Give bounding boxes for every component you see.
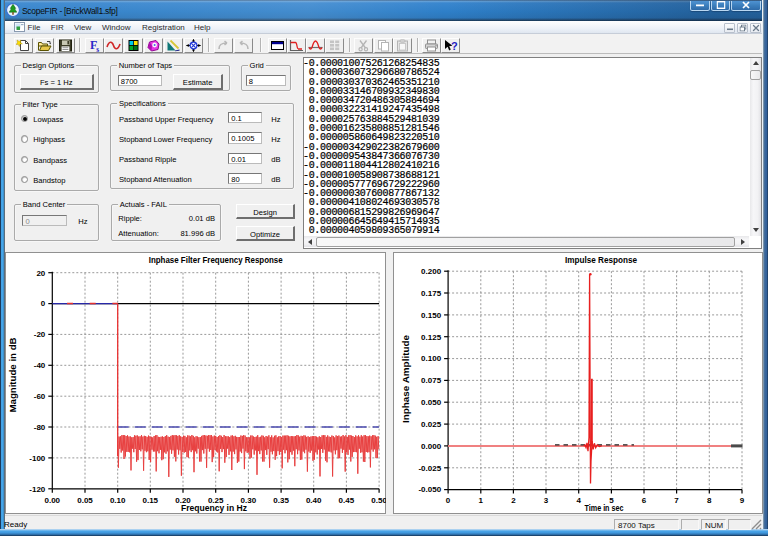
svg-text:0.00: 0.00: [45, 496, 61, 505]
svg-text:0.125: 0.125: [421, 333, 442, 342]
svg-text:Time in sec: Time in sec: [585, 503, 624, 513]
svg-text:Inphase Amplitude: Inphase Amplitude: [401, 335, 411, 423]
svg-text:-40: -40: [34, 361, 46, 370]
svg-text:0.50: 0.50: [371, 496, 386, 505]
svg-text:8: 8: [707, 496, 712, 505]
svg-text:3: 3: [544, 496, 549, 505]
svg-text:0.175: 0.175: [421, 289, 442, 298]
svg-text:Inphase Filter Frequency Respo: Inphase Filter Frequency Response: [149, 255, 283, 265]
svg-text:0.05: 0.05: [77, 496, 93, 505]
svg-text:-60: -60: [34, 392, 46, 401]
svg-text:-0.025: -0.025: [418, 464, 441, 473]
svg-text:0.100: 0.100: [421, 354, 442, 363]
svg-text:4: 4: [576, 496, 581, 505]
svg-text:0.075: 0.075: [421, 376, 442, 385]
svg-text:1: 1: [479, 496, 484, 505]
svg-text:20: 20: [36, 269, 45, 278]
svg-text:9: 9: [740, 496, 745, 505]
svg-text:Impulse Response: Impulse Response: [565, 255, 637, 265]
svg-text:0.050: 0.050: [421, 398, 442, 407]
svg-text:-100: -100: [29, 454, 46, 463]
svg-text:0.35: 0.35: [273, 496, 289, 505]
svg-text:2: 2: [511, 496, 516, 505]
svg-text:s: s: [96, 45, 99, 53]
svg-text:0.000: 0.000: [421, 442, 442, 451]
svg-text:0.40: 0.40: [306, 496, 322, 505]
svg-text:Magnitude in dB: Magnitude in dB: [8, 338, 18, 413]
svg-text:7: 7: [674, 496, 679, 505]
svg-text:0.15: 0.15: [143, 496, 159, 505]
svg-text:-80: -80: [34, 423, 46, 432]
svg-text:-20: -20: [34, 330, 46, 339]
svg-text:Frequency in Hz: Frequency in Hz: [181, 503, 247, 513]
svg-text:0: 0: [41, 299, 46, 308]
svg-text:0.200: 0.200: [421, 267, 442, 276]
svg-text:-120: -120: [29, 485, 46, 494]
svg-text:?: ?: [451, 40, 458, 52]
svg-text:0.45: 0.45: [339, 496, 355, 505]
svg-text:-0.050: -0.050: [418, 485, 441, 494]
svg-text:0: 0: [446, 496, 451, 505]
svg-text:0.025: 0.025: [421, 420, 442, 429]
svg-text:0.10: 0.10: [110, 496, 126, 505]
svg-text:6: 6: [642, 496, 647, 505]
svg-text:0.150: 0.150: [421, 311, 442, 320]
